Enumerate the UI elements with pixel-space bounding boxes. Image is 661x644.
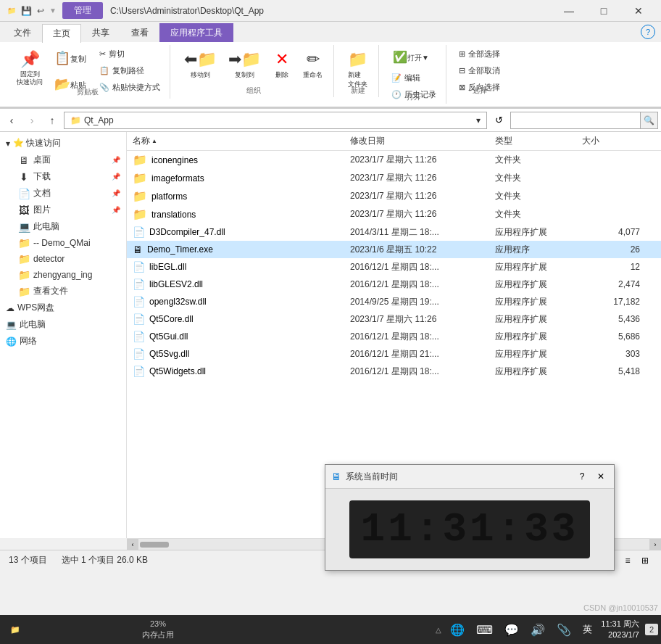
sidebar-label-detector: detector (33, 254, 65, 264)
scroll-right-button[interactable]: › (649, 539, 661, 550)
copy-button[interactable]: 📋 复制 (49, 46, 91, 71)
select-all-button[interactable]: ⊞ 全部选择 (455, 46, 504, 62)
address-path: Qt_App (84, 115, 114, 125)
back-button[interactable]: ‹ (3, 112, 20, 129)
help-button[interactable]: ? (641, 25, 655, 39)
documents-icon: 📄 (17, 188, 30, 199)
save-icon: 💾 (20, 5, 32, 17)
col-header-size[interactable]: 大小 (582, 135, 640, 147)
tab-app-tools[interactable]: 应用程序工具 (159, 23, 233, 42)
table-row[interactable]: 📄Qt5Svg.dll 2016/12/1 星期四 21:... 应用程序扩展 … (127, 345, 661, 363)
table-row[interactable]: 🖥Demo_Timer.exe 2023/1/6 星期五 10:22 应用程序 … (127, 241, 661, 258)
sidebar-label-documents: 文档 (33, 187, 51, 199)
table-row[interactable]: 📄Qt5Widgets.dll 2016/12/1 星期四 18:... 应用程… (127, 363, 661, 380)
search-input[interactable] (510, 112, 641, 129)
taskbar-msg-button[interactable]: 2 (645, 624, 658, 635)
refresh-button[interactable]: ↺ (490, 112, 507, 129)
paste-shortcut-button[interactable]: 📎 粘贴快捷方式 (96, 80, 164, 95)
tab-view[interactable]: 查看 (120, 23, 159, 42)
sidebar-item-pictures[interactable]: 🖼 图片 📌 (0, 202, 126, 218)
sidebar-label-pictures: 图片 (33, 204, 51, 216)
folder-demo-icon: 📁 (17, 237, 30, 249)
table-row[interactable]: 📁iconengines 2023/1/7 星期六 11:26 文件夹 (127, 151, 661, 169)
close-button[interactable]: ✕ (622, 0, 655, 22)
large-icons-view-button[interactable]: ⊞ (638, 553, 652, 568)
scroll-left-button[interactable]: ‹ (127, 539, 138, 550)
edit-button[interactable]: 📝 编辑 (388, 70, 440, 86)
dll-icon: 📄 (133, 331, 145, 342)
col-header-date[interactable]: 修改日期 (350, 135, 495, 147)
dialog-close-button[interactable]: ✕ (594, 469, 608, 484)
taskbar-globe-icon[interactable]: 🌐 (447, 620, 467, 640)
tab-share[interactable]: 共享 (81, 23, 120, 42)
sidebar-label-downloads: 下载 (33, 170, 51, 183)
sidebar-item-computer[interactable]: 💻 此电脑 (0, 218, 126, 235)
folder-icon: 📁 (133, 171, 147, 185)
dll-icon: 📄 (133, 278, 145, 290)
taskbar-sound-icon[interactable]: 🔊 (528, 620, 548, 640)
taskbar-lang[interactable]: 英 (580, 620, 595, 639)
open-label: 打开 (407, 92, 421, 102)
scroll-thumb[interactable] (140, 542, 169, 548)
taskbar-explorer[interactable]: 📁 (3, 622, 28, 637)
folder-zhengyang-icon: 📁 (17, 269, 30, 281)
wps-cloud-header[interactable]: ☁ WPS网盘 (0, 300, 126, 316)
up-button[interactable]: ↑ (43, 112, 61, 129)
pin-to-quickaccess-button[interactable]: 📌 固定到快速访问 (12, 46, 48, 90)
taskbar-device-icon[interactable]: 💬 (502, 620, 522, 640)
address-dropdown[interactable]: ▾ (476, 115, 481, 125)
delete-button[interactable]: ✕ 删除 (267, 46, 296, 83)
table-row[interactable]: 📄opengl32sw.dll 2014/9/25 星期四 19:... 应用程… (127, 293, 661, 310)
file-header: 名称 ▲ 修改日期 类型 大小 (127, 132, 661, 151)
col-header-name[interactable]: 名称 ▲ (133, 135, 350, 147)
details-view-button[interactable]: ≡ (620, 553, 635, 568)
col-header-type[interactable]: 类型 (495, 135, 582, 147)
shortcut-icon: 📎 (99, 83, 109, 92)
table-row[interactable]: 📄D3Dcompiler_47.dll 2014/3/11 星期二 18:...… (127, 223, 661, 241)
tab-file[interactable]: 文件 (3, 23, 42, 42)
table-row[interactable]: 📄Qt5Gui.dll 2016/12/1 星期四 18:... 应用程序扩展 … (127, 328, 661, 345)
sidebar-label-computer: 此电脑 (33, 220, 59, 233)
table-row[interactable]: 📄Qt5Core.dll 2023/1/7 星期六 11:26 应用程序扩展 5… (127, 310, 661, 328)
title-dropdown[interactable]: ▼ (49, 7, 57, 15)
dll-icon: 📄 (133, 261, 145, 273)
title-bar-icons: 📁 💾 ↩ ▼ (6, 5, 57, 17)
sidebar-item-demo-qmai[interactable]: 📁 -- Demo_QMai (0, 235, 126, 251)
sidebar-item-downloads[interactable]: ⬇ 下载 📌 (0, 168, 126, 185)
network-header[interactable]: 🌐 网络 (0, 333, 126, 350)
taskbar-clock[interactable]: 11:31 周六 2023/1/7 (601, 619, 639, 641)
minimize-button[interactable]: — (552, 0, 586, 22)
dialog-title-bar: 🖥 系统当前时间 ? ✕ (325, 465, 614, 489)
copy-icon: 📋 (54, 50, 70, 66)
taskbar-clip-icon[interactable]: 📎 (554, 620, 574, 640)
sidebar-item-detector[interactable]: 📁 detector (0, 251, 126, 267)
copy-to-button[interactable]: ➡📁 复制到 (223, 46, 266, 83)
search-icon[interactable]: 🔍 (641, 112, 658, 129)
deselect-all-button[interactable]: ⊟ 全部取消 (455, 63, 504, 78)
title-path: C:\Users\Administrator\Desktop\Qt_App (110, 6, 264, 16)
maximize-button[interactable]: □ (587, 0, 620, 22)
tab-home[interactable]: 主页 (42, 24, 81, 43)
table-row[interactable]: 📄libGLESV2.dll 2016/12/1 星期四 18:... 应用程序… (127, 276, 661, 293)
move-to-button[interactable]: ⬅📁 移动到 (179, 46, 222, 83)
status-selected: 选中 1 个项目 26.0 KB (62, 554, 148, 566)
this-pc-header[interactable]: 💻 此电脑 (0, 316, 126, 333)
sidebar-item-documents[interactable]: 📄 文档 📌 (0, 185, 126, 202)
rename-button[interactable]: ✏ 重命名 (298, 46, 328, 83)
cut-button[interactable]: ✂ 剪切 (96, 46, 164, 62)
new-folder-icon: 📁 (348, 50, 367, 69)
dialog-help-button[interactable]: ? (575, 469, 589, 484)
address-input[interactable]: 📁 Qt_App ▾ (64, 112, 487, 129)
sidebar-item-desktop[interactable]: 🖥 桌面 📌 (0, 152, 126, 168)
table-row[interactable]: 📄libEGL.dll 2016/12/1 星期四 18:... 应用程序扩展 … (127, 258, 661, 276)
table-row[interactable]: 📁translations 2023/1/7 星期六 11:26 文件夹 (127, 205, 661, 223)
sidebar-item-zhengyang[interactable]: 📁 zhengyang_ing (0, 267, 126, 283)
open-button[interactable]: ✅ 打开▼ (388, 46, 440, 69)
taskbar-input-icon[interactable]: ⌨ (473, 620, 496, 640)
copy-path-button[interactable]: 📋 复制路径 (96, 63, 164, 78)
table-row[interactable]: 📁imageformats 2023/1/7 星期六 11:26 文件夹 (127, 169, 661, 187)
sidebar-item-viewfiles[interactable]: 📁 查看文件 (0, 283, 126, 300)
quick-access-header[interactable]: ▾ ⭐ 快速访问 (0, 135, 126, 152)
table-row[interactable]: 📁platforms 2023/1/7 星期六 11:26 文件夹 (127, 187, 661, 205)
forward-button[interactable]: › (23, 112, 41, 129)
